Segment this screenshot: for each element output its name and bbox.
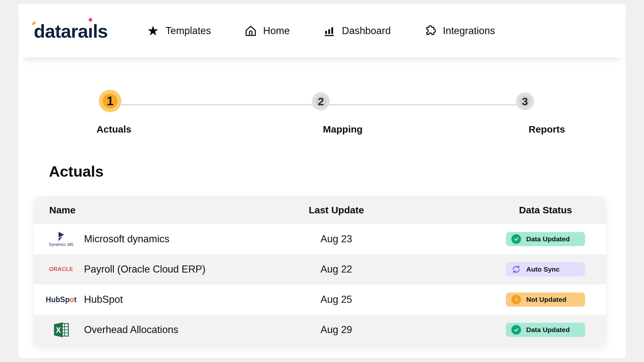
last-update-cell: Aug 25 (285, 294, 388, 305)
step-number: 1 (107, 94, 113, 108)
source-name: Overhead Allocations (84, 324, 178, 336)
table-header-row: Name Last Update Data Status (34, 196, 606, 224)
status-label: Auto Sync (526, 265, 560, 273)
excel-icon: X (47, 321, 76, 339)
status-cell: Not Updated (485, 292, 606, 307)
nav-label: Dashboard (342, 25, 391, 37)
step-3-label: Reports (511, 124, 582, 135)
datarails-logo[interactable]: dataraıls (34, 20, 111, 42)
svg-text:X: X (56, 326, 61, 334)
name-cell: X Overhead Allocations (34, 321, 285, 339)
step-number: 2 (318, 95, 324, 108)
name-cell: HubSpot HubSpot (34, 294, 285, 305)
dynamics-caption: Dynamics 365 (49, 242, 73, 247)
nav-label: Home (263, 25, 290, 37)
status-cell: Auto Sync (485, 262, 606, 276)
oracle-logo-text: ORACLE (49, 266, 73, 273)
column-header-last-update: Last Update (285, 205, 388, 216)
table-row[interactable]: X Overhead Allocations Aug 29 Data Updat… (34, 315, 606, 345)
step-1-label: Actuals (79, 124, 149, 135)
page-title: Actuals (49, 162, 104, 180)
nav-item-integrations[interactable]: Integrations (424, 24, 495, 38)
status-cell: Data Updated (485, 323, 606, 337)
integrations-icon (424, 25, 436, 37)
hubspot-icon: HubSpot (47, 295, 76, 304)
status-badge: Data Updated (506, 323, 585, 337)
name-cell: Dynamics 365 Microsoft dynamics (34, 231, 285, 247)
status-label: Data Updated (526, 235, 570, 243)
sync-icon (511, 265, 521, 274)
star-icon: ★ (147, 24, 159, 38)
actuals-table: Name Last Update Data Status Dynamics 36… (34, 196, 606, 345)
logo-letter-i: ı (88, 20, 93, 42)
step-number: 3 (522, 95, 528, 108)
last-update-cell: Aug 23 (285, 233, 388, 245)
status-badge: Not Updated (506, 292, 585, 307)
home-icon (245, 25, 257, 37)
check-circle-icon (511, 234, 521, 244)
step-2-circle[interactable]: 2 (312, 92, 330, 110)
table-row[interactable]: HubSpot HubSpot Aug 25 Not Updated (34, 284, 606, 315)
nav-label: Templates (165, 25, 211, 37)
hubspot-sprocket-o: o (70, 295, 74, 304)
main-nav: ★ Templates Home (147, 24, 495, 38)
status-cell: Data Updated (485, 232, 606, 246)
top-navbar: dataraıls ★ Templates Home (18, 4, 626, 58)
logo-text-post: ls (93, 20, 107, 42)
hubspot-text-post: t (74, 295, 77, 304)
nav-label: Integrations (443, 25, 495, 37)
status-label: Not Updated (526, 296, 566, 303)
oracle-icon: ORACLE (47, 266, 76, 273)
last-update-cell: Aug 22 (285, 264, 388, 275)
status-label: Data Updated (526, 326, 570, 334)
step-2-label: Mapping (307, 124, 378, 135)
hubspot-logo-text: HubSpot (46, 295, 77, 304)
check-circle-icon (511, 325, 521, 335)
table-row[interactable]: ORACLE Payroll (Oracle Cloud ERP) Aug 22 (34, 254, 606, 284)
hubspot-text-pre: HubSp (46, 295, 70, 304)
step-3-circle[interactable]: 3 (516, 92, 534, 110)
status-badge: Data Updated (506, 232, 585, 246)
logo-text-pre: datara (34, 20, 88, 42)
clock-icon (511, 295, 521, 304)
app-window: dataraıls ★ Templates Home (18, 4, 626, 358)
nav-item-dashboard[interactable]: Dashboard (323, 24, 391, 38)
source-name: HubSpot (84, 294, 123, 305)
name-cell: ORACLE Payroll (Oracle Cloud ERP) (34, 264, 285, 275)
column-header-name: Name (34, 205, 285, 216)
nav-item-home[interactable]: Home (245, 24, 290, 38)
source-name: Payroll (Oracle Cloud ERP) (84, 264, 205, 275)
column-header-data-status: Data Status (485, 205, 606, 216)
dynamics-365-icon: Dynamics 365 (47, 231, 76, 247)
status-badge: Auto Sync (506, 262, 585, 276)
table-row[interactable]: Dynamics 365 Microsoft dynamics Aug 23 D… (34, 224, 606, 254)
last-update-cell: Aug 29 (285, 324, 388, 336)
source-name: Microsoft dynamics (84, 233, 169, 245)
step-1-circle[interactable]: 1 (99, 90, 121, 112)
nav-item-templates[interactable]: ★ Templates (147, 24, 211, 38)
dashboard-icon (323, 25, 335, 37)
